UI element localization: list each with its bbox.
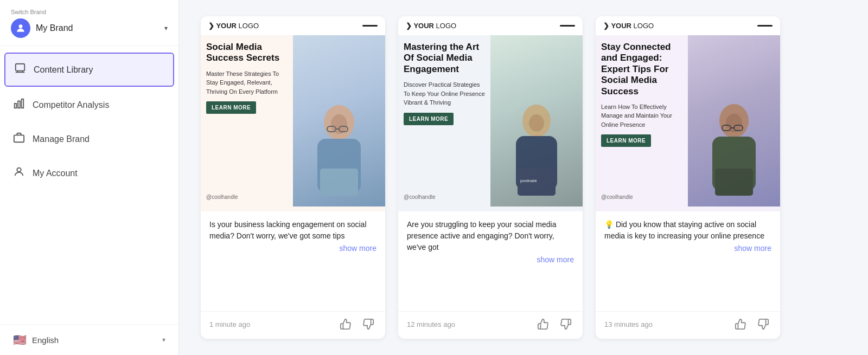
card-logo-line-3 (757, 25, 773, 27)
brand-avatar (11, 18, 30, 38)
card-image-2: postnate (490, 35, 583, 206)
card-cta-1: LEARN MORE (206, 101, 256, 114)
main-content: ❯ YOUR LOGO Social Media Success Secrets… (179, 0, 868, 355)
card-actions-2 (535, 317, 574, 331)
content-card-2: ❯ YOUR LOGO Mastering the Art Of Social … (398, 16, 583, 339)
switch-brand-section: Switch Brand My Brand ▾ (0, 0, 178, 46)
card-logo-line-2 (560, 25, 575, 27)
svg-rect-13 (320, 169, 358, 196)
content-card-1: ❯ YOUR LOGO Social Media Success Secrets… (201, 16, 385, 339)
thumbs-down-button-2[interactable] (558, 317, 574, 331)
card-logo-bar-1: ❯ YOUR LOGO (201, 16, 385, 35)
svg-rect-5 (14, 135, 24, 142)
svg-point-16 (529, 114, 544, 132)
card-image-1 (293, 35, 385, 206)
card-logo-2: ❯ YOUR LOGO (406, 22, 456, 30)
card-logo-1: ❯ YOUR LOGO (208, 22, 259, 30)
card-handle-3: @coolhandle (601, 194, 682, 200)
card-footer-1: 1 minute ago (201, 311, 385, 339)
card-body-1: Is your business lacking engagement on s… (201, 211, 385, 311)
card-body-text-2: Discover Practical Strategies To Keep Yo… (404, 80, 485, 107)
sidebar: Switch Brand My Brand ▾ Content Library (0, 0, 179, 355)
svg-point-9 (331, 114, 347, 134)
card-preview-1: ❯ YOUR LOGO Social Media Success Secrets… (201, 16, 385, 211)
chevron-down-icon: ▾ (164, 24, 168, 32)
sidebar-item-content-library-label: Content Library (34, 65, 93, 75)
card-body-3: 💡 Did you know that staying active on so… (596, 211, 780, 311)
card-caption-2: Are you struggling to keep your social m… (407, 220, 556, 251)
show-more-1[interactable]: show more (209, 244, 376, 253)
svg-point-6 (17, 168, 21, 172)
card-title-1: Social Media Success Secrets (206, 42, 288, 64)
svg-text:postnate: postnate (520, 178, 537, 183)
card-handle-2: @coolhandle (404, 194, 485, 200)
card-preview-3: ❯ YOUR LOGO Stay Connected and Engaged: … (596, 16, 780, 211)
card-footer-3: 13 minutes ago (596, 311, 780, 339)
svg-rect-1 (16, 64, 25, 71)
card-cta-2: LEARN MORE (404, 113, 454, 125)
card-logo-bar-2: ❯ YOUR LOGO (398, 16, 583, 35)
brand-name: My Brand (36, 23, 159, 33)
manage-brand-icon (13, 132, 25, 146)
card-text-side-3: Stay Connected and Engaged: Expert Tips … (596, 35, 688, 206)
card-caption-1: Is your business lacking engagement on s… (209, 220, 367, 240)
card-handle-1: @coolhandle (206, 194, 288, 200)
sidebar-item-manage-brand[interactable]: Manage Brand (0, 122, 178, 156)
card-logo-bar-3: ❯ YOUR LOGO (596, 16, 780, 35)
svg-rect-4 (22, 99, 24, 108)
card-inner-3: Stay Connected and Engaged: Expert Tips … (596, 35, 780, 206)
show-more-3[interactable]: show more (604, 244, 771, 253)
card-body-2: Are you struggling to keep your social m… (398, 211, 583, 311)
sidebar-item-my-account[interactable]: My Account (0, 156, 178, 190)
sidebar-item-content-library[interactable]: Content Library (4, 53, 174, 87)
show-more-2[interactable]: show more (407, 255, 574, 264)
svg-rect-3 (18, 101, 20, 108)
card-time-2: 12 minutes ago (407, 320, 455, 328)
card-preview-2: ❯ YOUR LOGO Mastering the Art Of Social … (398, 16, 583, 211)
thumbs-down-button-3[interactable] (755, 317, 771, 331)
svg-point-0 (19, 24, 23, 28)
card-title-2: Mastering the Art Of Social Media Engage… (404, 42, 485, 75)
card-logo-line-1 (362, 25, 378, 27)
my-account-icon (13, 166, 25, 180)
content-library-icon (14, 62, 26, 77)
card-body-text-1: Master These Strategies To Stay Engaged,… (206, 69, 288, 96)
card-inner-1: Social Media Success Secrets Master Thes… (201, 35, 385, 206)
language-chevron-icon: ▾ (162, 336, 165, 344)
switch-brand-label: Switch Brand (11, 9, 168, 15)
card-actions-3 (732, 317, 771, 331)
sidebar-item-competitor-analysis-label: Competitor Analysis (33, 100, 109, 110)
brand-selector[interactable]: My Brand ▾ (11, 18, 168, 38)
card-text-side-1: Social Media Success Secrets Master Thes… (201, 35, 293, 206)
card-caption-3: 💡 Did you know that staying active on so… (604, 220, 764, 240)
flag-icon: 🇺🇸 (13, 333, 27, 346)
competitor-analysis-icon (13, 98, 25, 112)
card-title-3: Stay Connected and Engaged: Expert Tips … (601, 42, 682, 97)
language-label: English (32, 335, 157, 345)
card-body-text-3: Learn How To Effectively Manage and Main… (601, 102, 682, 130)
card-logo-3: ❯ YOUR LOGO (603, 22, 654, 30)
language-selector[interactable]: 🇺🇸 English ▾ (0, 324, 178, 355)
card-actions-1 (337, 317, 376, 331)
sidebar-item-my-account-label: My Account (33, 169, 78, 178)
svg-rect-2 (15, 104, 17, 108)
thumbs-up-button-3[interactable] (732, 317, 749, 331)
card-text-side-2: Mastering the Art Of Social Media Engage… (398, 35, 490, 206)
card-time-3: 13 minutes ago (604, 320, 653, 328)
card-footer-2: 12 minutes ago (398, 311, 583, 339)
svg-rect-25 (715, 169, 753, 196)
thumbs-up-button-2[interactable] (535, 317, 551, 331)
card-time-1: 1 minute ago (209, 320, 250, 328)
sidebar-item-competitor-analysis[interactable]: Competitor Analysis (0, 88, 178, 122)
content-card-3: ❯ YOUR LOGO Stay Connected and Engaged: … (596, 16, 780, 339)
sidebar-item-manage-brand-label: Manage Brand (33, 134, 90, 144)
card-cta-3: LEARN MORE (601, 134, 651, 147)
thumbs-up-button-1[interactable] (337, 317, 354, 331)
card-image-3 (688, 35, 780, 206)
thumbs-down-button-1[interactable] (360, 317, 376, 331)
card-inner-2: Mastering the Art Of Social Media Engage… (398, 35, 583, 206)
nav-items: Content Library Competitor Analysis Mana… (0, 46, 178, 324)
